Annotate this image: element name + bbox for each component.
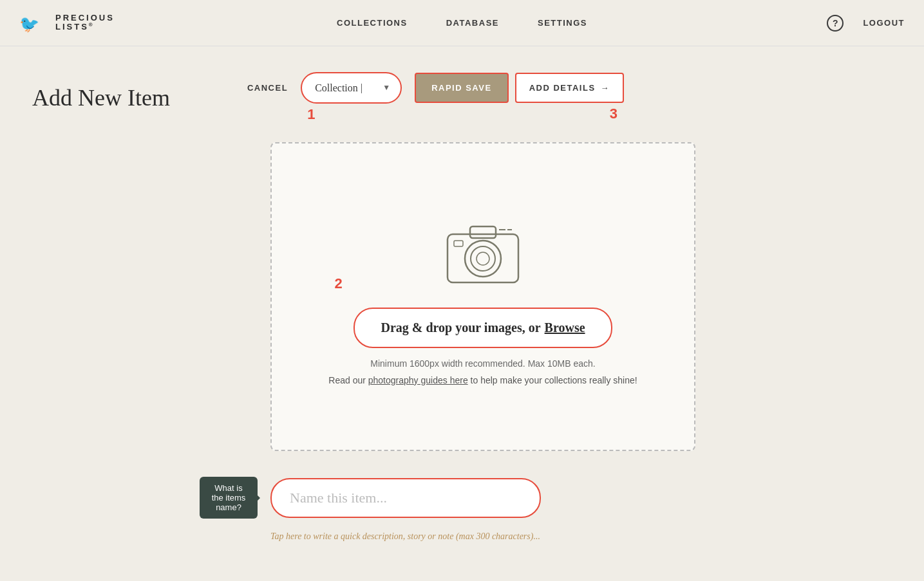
browse-link[interactable]: Browse xyxy=(545,320,585,335)
add-details-button[interactable]: ADD DETAILS → xyxy=(515,73,624,103)
drag-drop-area: 2 Drag & drop your images, or Browse xyxy=(354,308,612,348)
page-title: Add New Item xyxy=(32,84,170,111)
add-details-label: ADD DETAILS xyxy=(529,83,596,93)
nav-settings[interactable]: SETTINGS xyxy=(538,18,587,28)
nav-links: COLLECTIONS DATABASE SETTINGS xyxy=(337,18,587,28)
logo[interactable]: 🐦 PRECIOUS LISTS® xyxy=(19,7,115,39)
drag-text: Drag & drop your images, or xyxy=(381,320,540,335)
name-tooltip: What is the items name? xyxy=(200,477,258,519)
help-icon[interactable]: ? xyxy=(827,15,844,32)
annotation-2: 2 xyxy=(334,275,342,292)
collection-select[interactable]: Collection | My Collection Art Books xyxy=(302,73,401,102)
svg-rect-2 xyxy=(470,226,496,238)
add-details-arrow: → xyxy=(601,83,610,93)
logo-icon: 🐦 xyxy=(19,7,52,39)
description-placeholder-text[interactable]: Tap here to write a quick description, s… xyxy=(270,531,541,542)
upload-hint: Minimum 1600px width recommended. Max 10… xyxy=(370,358,595,369)
main-content: Add New Item CANCEL Collection | My Coll… xyxy=(0,46,924,567)
collection-select-wrapper: Collection | My Collection Art Books 1 xyxy=(301,72,402,104)
name-row: What is the items name? xyxy=(200,477,892,519)
guide-prefix: Read our xyxy=(328,375,368,385)
nav-collections[interactable]: COLLECTIONS xyxy=(337,18,408,28)
header-actions: CANCEL Collection | My Collection Art Bo… xyxy=(247,72,624,123)
logo-text-lists: LISTS® xyxy=(55,23,115,32)
nav-right: ? LOGOUT xyxy=(827,15,905,32)
upload-area[interactable]: 2 Drag & drop your images, or Browse Min… xyxy=(270,142,695,451)
svg-point-5 xyxy=(476,252,489,265)
logo-text-precious: PRECIOUS xyxy=(55,14,115,23)
nav-database[interactable]: DATABASE xyxy=(446,18,499,28)
guide-link[interactable]: photography guides here xyxy=(368,375,468,385)
camera-icon xyxy=(441,215,525,288)
annotation-3: 3 xyxy=(610,106,618,122)
cancel-button[interactable]: CANCEL xyxy=(247,83,288,93)
svg-text:🐦: 🐦 xyxy=(19,14,40,34)
svg-point-4 xyxy=(471,246,495,271)
guide-suffix: to help make your collections really shi… xyxy=(468,375,637,385)
description-area: Tap here to write a quick description, s… xyxy=(270,531,541,542)
logout-button[interactable]: LOGOUT xyxy=(863,18,905,28)
svg-rect-6 xyxy=(454,241,463,246)
drag-drop-button[interactable]: Drag & drop your images, or Browse xyxy=(354,308,612,348)
photography-guide: Read our photography guides here to help… xyxy=(328,375,637,385)
header-row: Add New Item CANCEL Collection | My Coll… xyxy=(32,72,892,123)
annotation-1: 1 xyxy=(307,106,315,123)
nav-bar: 🐦 PRECIOUS LISTS® COLLECTIONS DATABASE S… xyxy=(0,0,924,46)
collection-dropdown-container: Collection | My Collection Art Books xyxy=(301,72,402,104)
rapid-save-button[interactable]: RAPID SAVE xyxy=(415,73,509,103)
action-buttons: RAPID SAVE ADD DETAILS → 3 xyxy=(415,73,624,103)
item-name-input[interactable] xyxy=(270,478,541,518)
